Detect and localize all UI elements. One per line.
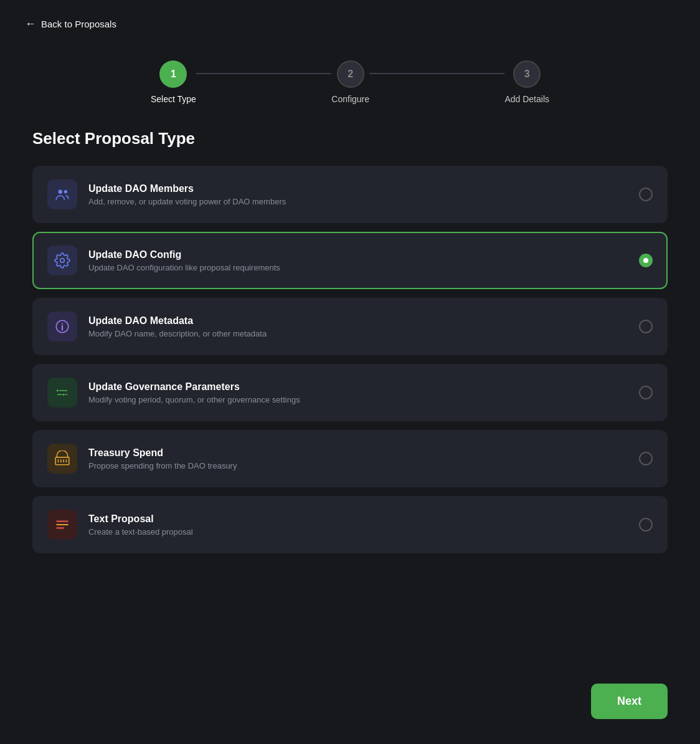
svg-point-0	[59, 189, 63, 194]
proposal-icon-metadata	[47, 312, 77, 341]
step-1-label: Select Type	[151, 94, 196, 104]
step-1-number: 1	[171, 69, 176, 80]
proposal-item-update-dao-members[interactable]: Update DAO Members Add, remove, or updat…	[32, 166, 668, 223]
step-2: 2 Configure	[331, 60, 369, 104]
proposal-desc-text: Create a text-based proposal	[88, 527, 639, 537]
proposal-icon-treasury	[47, 444, 77, 474]
step-3-label: Add Details	[504, 94, 549, 104]
step-2-number: 2	[348, 69, 353, 80]
proposal-title-members: Update DAO Members	[88, 183, 639, 194]
proposal-title-config: Update DAO Config	[88, 249, 639, 260]
proposal-radio-governance[interactable]	[639, 386, 653, 399]
step-line-2-3	[369, 73, 504, 74]
proposal-desc-config: Update DAO configuration like proposal r…	[88, 263, 639, 272]
step-line-1-2	[196, 73, 331, 74]
proposal-radio-text[interactable]	[639, 518, 653, 532]
proposal-radio-config[interactable]	[639, 254, 653, 267]
step-2-label: Configure	[331, 94, 369, 104]
footer: Next	[591, 684, 668, 719]
proposal-list: Update DAO Members Add, remove, or updat…	[32, 166, 668, 553]
proposal-radio-treasury[interactable]	[639, 452, 653, 465]
proposal-desc-metadata: Modify DAO name, description, or other m…	[88, 329, 639, 338]
svg-rect-10	[55, 457, 69, 465]
proposal-content-config: Update DAO Config Update DAO configurati…	[88, 249, 639, 272]
proposal-radio-members[interactable]	[639, 188, 653, 201]
proposal-content-text: Text Proposal Create a text-based propos…	[88, 513, 639, 537]
stepper: 1 Select Type 2 Configure 3 Add Details	[0, 48, 700, 129]
proposal-title-metadata: Update DAO Metadata	[88, 315, 639, 327]
proposal-content-metadata: Update DAO Metadata Modify DAO name, des…	[88, 315, 639, 338]
back-arrow-icon: ←	[25, 17, 36, 31]
proposal-item-text-proposal[interactable]: Text Proposal Create a text-based propos…	[32, 496, 668, 553]
proposal-content-members: Update DAO Members Add, remove, or updat…	[88, 183, 639, 206]
proposal-title-text: Text Proposal	[88, 513, 639, 525]
proposal-content-governance: Update Governance Parameters Modify voti…	[88, 381, 639, 404]
back-to-proposals-link[interactable]: ← Back to Proposals	[0, 0, 141, 48]
svg-point-7	[63, 394, 65, 396]
back-link-label: Back to Proposals	[41, 19, 116, 29]
proposal-content-treasury: Treasury Spend Propose spending from the…	[88, 447, 639, 470]
proposal-title-governance: Update Governance Parameters	[88, 381, 639, 393]
proposal-icon-text	[47, 510, 77, 540]
svg-point-4	[62, 323, 63, 325]
proposal-icon-config	[47, 246, 77, 275]
step-3: 3 Add Details	[504, 60, 549, 104]
proposal-item-update-dao-metadata[interactable]: Update DAO Metadata Modify DAO name, des…	[32, 298, 668, 355]
next-button[interactable]: Next	[591, 684, 668, 719]
proposal-radio-metadata[interactable]	[639, 320, 653, 333]
proposal-title-treasury: Treasury Spend	[88, 447, 639, 459]
proposal-icon-members	[47, 179, 77, 209]
proposal-desc-members: Add, remove, or update voting power of D…	[88, 197, 639, 206]
step-1: 1 Select Type	[151, 60, 196, 104]
proposal-desc-governance: Modify voting period, quorum, or other g…	[88, 395, 639, 404]
step-2-circle: 2	[337, 60, 364, 88]
svg-point-1	[64, 190, 67, 193]
proposal-item-update-dao-config[interactable]: Update DAO Config Update DAO configurati…	[32, 232, 668, 289]
svg-point-5	[57, 389, 59, 391]
step-1-circle: 1	[159, 60, 187, 88]
proposal-item-update-governance[interactable]: Update Governance Parameters Modify voti…	[32, 364, 668, 421]
proposal-desc-treasury: Propose spending from the DAO treasury	[88, 461, 639, 470]
step-3-circle: 3	[513, 60, 541, 88]
proposal-item-treasury-spend[interactable]: Treasury Spend Propose spending from the…	[32, 430, 668, 487]
proposal-icon-governance	[47, 378, 77, 408]
page-title: Select Proposal Type	[32, 129, 668, 148]
step-3-number: 3	[524, 69, 530, 80]
